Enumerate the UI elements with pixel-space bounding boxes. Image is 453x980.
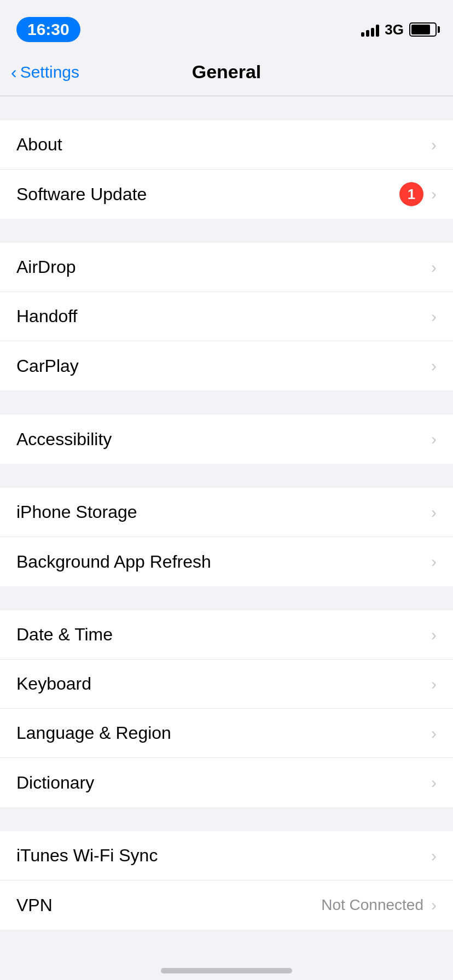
row-right-keyboard: › bbox=[431, 676, 437, 692]
battery-icon bbox=[409, 22, 437, 37]
settings-row-date-time[interactable]: Date & Time› bbox=[0, 610, 453, 660]
navigation-bar: ‹ Settings General bbox=[0, 48, 453, 96]
row-right-handoff: › bbox=[431, 308, 437, 325]
chevron-right-icon-accessibility: › bbox=[431, 431, 437, 447]
badge-software-update: 1 bbox=[399, 182, 423, 206]
settings-row-language-region[interactable]: Language & Region› bbox=[0, 709, 453, 758]
row-right-vpn: Not Connected› bbox=[321, 896, 437, 914]
row-right-dictionary: › bbox=[431, 774, 437, 791]
row-right-language-region: › bbox=[431, 725, 437, 742]
settings-row-handoff[interactable]: Handoff› bbox=[0, 292, 453, 341]
settings-container: About›Software Update1›AirDrop›Handoff›C… bbox=[0, 96, 453, 930]
row-right-background-app-refresh: › bbox=[431, 553, 437, 570]
back-label: Settings bbox=[20, 63, 79, 81]
row-right-itunes-wifi-sync: › bbox=[431, 848, 437, 864]
row-label-accessibility: Accessibility bbox=[16, 429, 112, 450]
section-gap-5 bbox=[0, 807, 453, 831]
chevron-right-icon-background-app-refresh: › bbox=[431, 553, 437, 570]
row-right-accessibility: › bbox=[431, 431, 437, 447]
settings-row-dictionary[interactable]: Dictionary› bbox=[0, 758, 453, 807]
chevron-right-icon-about: › bbox=[431, 137, 437, 153]
chevron-right-icon-keyboard: › bbox=[431, 676, 437, 692]
section-gap-1 bbox=[0, 219, 453, 243]
group-accessibility: Accessibility› bbox=[0, 415, 453, 464]
back-button[interactable]: ‹ Settings bbox=[11, 63, 79, 81]
page-title: General bbox=[192, 61, 262, 83]
chevron-right-icon-language-region: › bbox=[431, 725, 437, 742]
status-bar: 16:30 3G bbox=[0, 0, 453, 48]
row-label-dictionary: Dictionary bbox=[16, 773, 94, 793]
row-label-carplay: CarPlay bbox=[16, 356, 79, 376]
row-label-date-time: Date & Time bbox=[16, 625, 113, 645]
battery-fill bbox=[411, 25, 430, 34]
chevron-right-icon-dictionary: › bbox=[431, 774, 437, 791]
group-storage: iPhone Storage›Background App Refresh› bbox=[0, 488, 453, 586]
section-gap-0 bbox=[0, 96, 453, 120]
row-label-about: About bbox=[16, 135, 62, 155]
group-about: About›Software Update1› bbox=[0, 120, 453, 219]
settings-row-background-app-refresh[interactable]: Background App Refresh› bbox=[0, 537, 453, 586]
chevron-right-icon-airdrop: › bbox=[431, 259, 437, 276]
row-label-keyboard: Keyboard bbox=[16, 674, 91, 694]
settings-row-iphone-storage[interactable]: iPhone Storage› bbox=[0, 488, 453, 537]
section-gap-2 bbox=[0, 390, 453, 415]
row-label-handoff: Handoff bbox=[16, 306, 78, 326]
settings-row-itunes-wifi-sync[interactable]: iTunes Wi-Fi Sync› bbox=[0, 831, 453, 880]
signal-bars-icon bbox=[361, 22, 379, 37]
row-right-software-update: 1› bbox=[399, 182, 437, 206]
row-label-software-update: Software Update bbox=[16, 184, 147, 205]
chevron-right-icon-handoff: › bbox=[431, 308, 437, 325]
settings-row-accessibility[interactable]: Accessibility› bbox=[0, 415, 453, 464]
status-time: 16:30 bbox=[16, 17, 80, 42]
status-icons: 3G bbox=[361, 21, 437, 38]
row-label-background-app-refresh: Background App Refresh bbox=[16, 552, 211, 572]
row-label-iphone-storage: iPhone Storage bbox=[16, 502, 137, 522]
chevron-right-icon-software-update: › bbox=[431, 186, 437, 202]
network-type: 3G bbox=[385, 21, 404, 38]
row-right-iphone-storage: › bbox=[431, 504, 437, 521]
chevron-right-icon-carplay: › bbox=[431, 358, 437, 374]
row-right-about: › bbox=[431, 137, 437, 153]
row-label-airdrop: AirDrop bbox=[16, 257, 76, 277]
settings-row-keyboard[interactable]: Keyboard› bbox=[0, 660, 453, 709]
chevron-right-icon-date-time: › bbox=[431, 627, 437, 643]
settings-row-airdrop[interactable]: AirDrop› bbox=[0, 243, 453, 292]
section-gap-3 bbox=[0, 464, 453, 488]
chevron-right-icon-vpn: › bbox=[431, 897, 437, 913]
home-indicator bbox=[161, 968, 292, 973]
row-label-itunes-wifi-sync: iTunes Wi-Fi Sync bbox=[16, 845, 158, 866]
settings-row-carplay[interactable]: CarPlay› bbox=[0, 341, 453, 390]
chevron-right-icon-itunes-wifi-sync: › bbox=[431, 848, 437, 864]
section-gap-4 bbox=[0, 586, 453, 610]
row-label-language-region: Language & Region bbox=[16, 723, 171, 743]
settings-row-about[interactable]: About› bbox=[0, 120, 453, 170]
settings-row-vpn[interactable]: VPNNot Connected› bbox=[0, 880, 453, 930]
group-itunes: iTunes Wi-Fi Sync›VPNNot Connected› bbox=[0, 831, 453, 930]
chevron-right-icon-iphone-storage: › bbox=[431, 504, 437, 521]
row-label-vpn: VPN bbox=[16, 895, 53, 915]
row-right-carplay: › bbox=[431, 358, 437, 374]
secondary-vpn: Not Connected bbox=[321, 896, 423, 914]
chevron-left-icon: ‹ bbox=[11, 63, 17, 81]
row-right-date-time: › bbox=[431, 627, 437, 643]
row-right-airdrop: › bbox=[431, 259, 437, 276]
settings-row-software-update[interactable]: Software Update1› bbox=[0, 170, 453, 219]
group-system: Date & Time›Keyboard›Language & Region›D… bbox=[0, 610, 453, 807]
group-connectivity: AirDrop›Handoff›CarPlay› bbox=[0, 243, 453, 390]
